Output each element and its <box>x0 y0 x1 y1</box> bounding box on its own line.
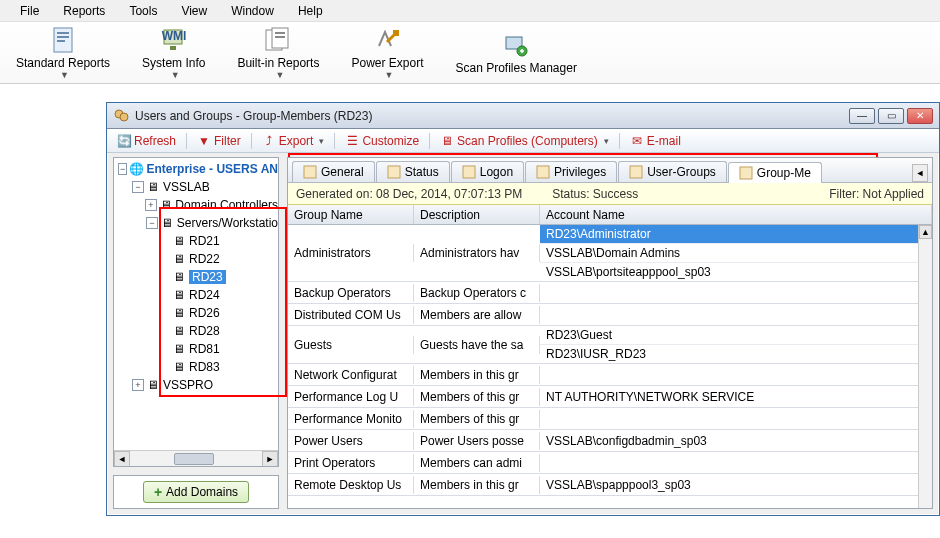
tree-node-rd24[interactable]: 🖥RD24 <box>114 286 278 304</box>
tab-privileges[interactable]: Privileges <box>525 161 617 182</box>
tab-group-members[interactable]: Group-Me <box>728 162 822 183</box>
builtin-reports-button[interactable]: Built-in Reports▼ <box>221 22 335 84</box>
account-cell[interactable]: NT AUTHORITY\NETWORK SERVICE <box>540 388 918 406</box>
account-cell[interactable]: RD23\IUSR_RD23 <box>540 345 918 363</box>
table-row[interactable]: Power UsersPower Users posseVSSLAB\confi… <box>288 430 918 452</box>
scroll-left-icon[interactable]: ◄ <box>114 451 130 467</box>
tree-hscrollbar[interactable]: ◄ ► <box>114 450 278 466</box>
account-cell[interactable]: VSSLAB\portsiteapppool_sp03 <box>540 263 918 281</box>
tab-logon[interactable]: Logon <box>451 161 524 182</box>
tree-node-rd26[interactable]: 🖥RD26 <box>114 304 278 322</box>
svg-rect-3 <box>57 40 65 42</box>
collapse-icon[interactable]: − <box>132 181 144 193</box>
maximize-button[interactable]: ▭ <box>878 108 904 124</box>
refresh-button[interactable]: 🔄Refresh <box>113 132 180 150</box>
tab-general[interactable]: General <box>292 161 375 182</box>
tree-node-rd22[interactable]: 🖥RD22 <box>114 250 278 268</box>
menu-file[interactable]: File <box>8 1 51 21</box>
col-group-name[interactable]: Group Name <box>288 205 414 224</box>
account-cell <box>540 454 918 472</box>
menu-help[interactable]: Help <box>286 1 335 21</box>
export-button[interactable]: ⤴Export▾ <box>258 132 329 150</box>
table-row[interactable]: AdministratorsAdministrators havRD23\Adm… <box>288 225 918 282</box>
table-row[interactable]: Distributed COM UsMembers are allow <box>288 304 918 326</box>
accounts-cell: VSSLAB\configdbadmin_sp03 <box>540 432 918 450</box>
system-info-button[interactable]: WMI System Info▼ <box>126 22 221 84</box>
tree-root[interactable]: −🌐Enterprise - USERS AN <box>114 160 278 178</box>
status-text: Status: Success <box>552 187 638 201</box>
power-export-button[interactable]: Power Export▼ <box>335 22 439 84</box>
account-cell[interactable]: VSSLAB\Domain Admins <box>540 244 918 263</box>
standard-reports-button[interactable]: Standard Reports▼ <box>0 22 126 84</box>
group-members-icon <box>739 166 753 180</box>
expand-icon[interactable]: + <box>145 199 157 211</box>
group-name-cell: Backup Operators <box>288 284 414 302</box>
computer-icon: 🖥 <box>172 324 186 338</box>
window-toolbar: 🔄Refresh ▼Filter ⤴Export▾ ☰Customize 🖥Sc… <box>107 129 939 153</box>
description-cell: Members of this gr <box>414 410 540 428</box>
tab-scroll-left[interactable]: ◄ <box>912 164 928 182</box>
general-icon <box>303 165 317 179</box>
accounts-cell <box>540 306 918 324</box>
tree-domain-controllers[interactable]: +🖥Domain Controllers <box>114 196 278 214</box>
filter-button[interactable]: ▼Filter <box>193 132 245 150</box>
table-row[interactable]: Print OperatorsMembers can admi <box>288 452 918 474</box>
folder-icon: 🖥 <box>159 198 173 212</box>
table-row[interactable]: GuestsGuests have the saRD23\GuestRD23\I… <box>288 326 918 364</box>
tree-vsslab[interactable]: −🖥VSSLAB <box>114 178 278 196</box>
close-button[interactable]: ✕ <box>907 108 933 124</box>
builtin-reports-label: Built-in Reports <box>237 56 319 70</box>
tree-node-rd21[interactable]: 🖥RD21 <box>114 232 278 250</box>
account-cell[interactable]: RD23\Guest <box>540 326 918 345</box>
title-bar[interactable]: Users and Groups - Group-Members (RD23) … <box>107 103 939 129</box>
collapse-icon[interactable]: − <box>146 217 158 229</box>
tree-servers-workstations[interactable]: −🖥Servers/Workstatio <box>114 214 278 232</box>
scroll-thumb[interactable] <box>174 453 214 465</box>
group-name-cell: Administrators <box>288 244 414 262</box>
table-row[interactable]: Network ConfiguratMembers in this gr <box>288 364 918 386</box>
account-cell[interactable]: RD23\Administrator <box>540 225 918 244</box>
accounts-cell: RD23\GuestRD23\IUSR_RD23 <box>540 326 918 363</box>
scan-profiles-manager-button[interactable]: Scan Profiles Manager <box>439 27 592 79</box>
tree-node-rd83[interactable]: 🖥RD83 <box>114 358 278 376</box>
tab-label: Privileges <box>554 165 606 179</box>
minimize-button[interactable]: — <box>849 108 875 124</box>
group-name-cell: Guests <box>288 336 414 354</box>
standard-reports-label: Standard Reports <box>16 56 110 70</box>
menu-tools[interactable]: Tools <box>117 1 169 21</box>
add-domains-button[interactable]: +Add Domains <box>143 481 249 503</box>
scan-profiles-button[interactable]: 🖥Scan Profiles (Computers)▾ <box>436 132 613 150</box>
tab-user-groups[interactable]: User-Groups <box>618 161 727 182</box>
tree-node-rd23[interactable]: 🖥RD23 <box>114 268 278 286</box>
scroll-up-icon[interactable]: ▲ <box>919 225 932 239</box>
collapse-icon[interactable]: − <box>118 163 127 175</box>
menu-view[interactable]: View <box>169 1 219 21</box>
customize-button[interactable]: ☰Customize <box>341 132 423 150</box>
tab-label: Group-Me <box>757 166 811 180</box>
menu-window[interactable]: Window <box>219 1 286 21</box>
tree-node-rd81[interactable]: 🖥RD81 <box>114 340 278 358</box>
tree-vsspro[interactable]: +🖥VSSPRO <box>114 376 278 394</box>
email-button[interactable]: ✉E-mail <box>626 132 685 150</box>
scroll-right-icon[interactable]: ► <box>262 451 278 467</box>
description-cell: Members in this gr <box>414 366 540 384</box>
table-row[interactable]: Remote Desktop UsMembers in this grVSSLA… <box>288 474 918 496</box>
col-description[interactable]: Description <box>414 205 540 224</box>
menu-reports[interactable]: Reports <box>51 1 117 21</box>
expand-icon[interactable]: + <box>132 379 144 391</box>
tree-node-rd28[interactable]: 🖥RD28 <box>114 322 278 340</box>
tree-node-label: RD24 <box>189 288 220 302</box>
account-cell[interactable]: VSSLAB\spapppool3_sp03 <box>540 476 918 494</box>
tab-status[interactable]: Status <box>376 161 450 182</box>
enterprise-icon: 🌐 <box>129 162 143 176</box>
scan-profiles-manager-label: Scan Profiles Manager <box>455 61 576 75</box>
grid-vscrollbar[interactable]: ▲ <box>918 225 932 508</box>
svg-rect-1 <box>57 32 69 34</box>
table-row[interactable]: Performance Log UMembers of this grNT AU… <box>288 386 918 408</box>
table-row[interactable]: Performance MonitoMembers of this gr <box>288 408 918 430</box>
account-cell[interactable]: VSSLAB\configdbadmin_sp03 <box>540 432 918 450</box>
col-account-name[interactable]: Account Name <box>540 205 932 224</box>
table-row[interactable]: Backup OperatorsBackup Operators c <box>288 282 918 304</box>
builtin-reports-icon <box>264 26 292 54</box>
user-groups-icon <box>629 165 643 179</box>
